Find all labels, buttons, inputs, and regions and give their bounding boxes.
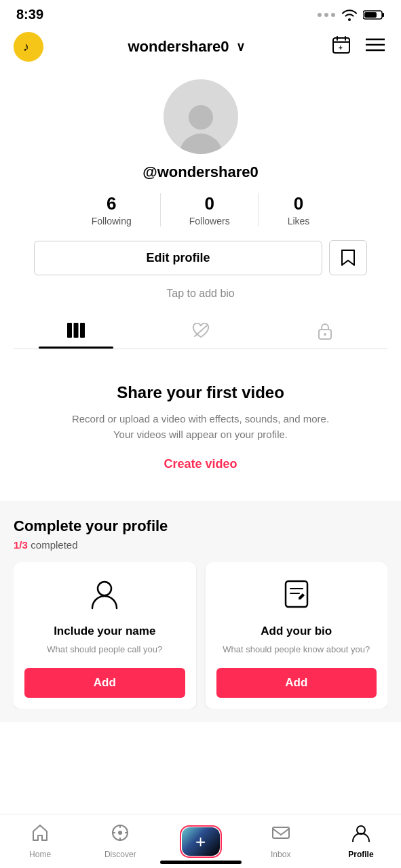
calendar-icon[interactable]: +: [329, 33, 354, 61]
svg-point-0: [318, 13, 322, 17]
nav-discover-label: Discover: [104, 850, 136, 859]
bio-prompt[interactable]: Tap to add bio: [166, 288, 235, 300]
profile-handle: @wondershare0: [142, 163, 259, 181]
svg-rect-17: [73, 323, 78, 338]
bookmark-button[interactable]: [329, 240, 367, 275]
tab-private[interactable]: [263, 313, 387, 349]
stat-following[interactable]: 6 Following: [63, 193, 160, 226]
wifi-icon: [341, 9, 358, 21]
avatar-person: [177, 100, 225, 154]
menu-icon[interactable]: [363, 35, 387, 59]
stat-followers[interactable]: 0 Followers: [160, 193, 259, 226]
nav-profile-label: Profile: [348, 850, 373, 859]
nav-inbox[interactable]: Inbox: [241, 814, 321, 868]
svg-rect-16: [67, 323, 72, 338]
likes-count: 0: [294, 193, 303, 214]
progress-label: completed: [31, 539, 77, 551]
plus-icon: +: [195, 833, 206, 850]
following-count: 6: [107, 193, 116, 214]
avatar-head: [189, 105, 213, 130]
likes-label: Likes: [288, 216, 310, 226]
avatar: [164, 79, 238, 154]
profile-card-name: Include your name What should people cal…: [14, 562, 196, 709]
nav-home[interactable]: Home: [0, 814, 80, 868]
battery-icon: [363, 9, 385, 20]
tab-liked[interactable]: [138, 313, 263, 349]
status-bar: 8:39: [0, 0, 401, 28]
svg-rect-4: [382, 13, 384, 17]
svg-line-19: [195, 326, 207, 336]
card-bio-add-button[interactable]: Add: [216, 668, 377, 698]
nav-inbox-label: Inbox: [271, 850, 290, 859]
complete-profile-section: Complete your profile 1/3 completed Incl…: [0, 501, 401, 722]
nav-home-label: Home: [29, 850, 51, 859]
profile-section: @wondershare0 6 Following 0 Followers 0 …: [0, 68, 401, 349]
create-button[interactable]: +: [182, 827, 220, 856]
chevron-down-icon: ∨: [236, 39, 245, 54]
status-time: 8:39: [16, 7, 43, 22]
svg-text:+: +: [339, 44, 343, 52]
stats-row: 6 Following 0 Followers 0 Likes: [14, 193, 387, 226]
person-icon: [91, 580, 118, 615]
profile-card-bio: Add your bio What should people know abo…: [206, 562, 388, 709]
nav-actions: +: [329, 33, 387, 61]
bio-icon: [283, 580, 310, 615]
nav-profile[interactable]: Profile: [321, 814, 401, 868]
avatar-body: [179, 134, 223, 154]
card-bio-desc: What should people know about you?: [223, 644, 370, 656]
svg-point-2: [331, 13, 335, 17]
svg-point-27: [118, 831, 122, 835]
svg-rect-18: [80, 323, 85, 338]
empty-title: Share your first video: [117, 383, 284, 402]
empty-state: Share your first video Record or upload …: [0, 349, 401, 498]
svg-point-1: [324, 13, 328, 17]
card-name-add-button[interactable]: Add: [24, 668, 185, 698]
inbox-icon: [271, 823, 290, 847]
complete-profile-title: Complete your profile: [14, 517, 387, 535]
progress-fraction: 1/3: [14, 539, 28, 551]
profile-cards-row: Include your name What should people cal…: [14, 562, 387, 709]
top-nav: ♪ wondershare0 ∨ +: [0, 28, 401, 68]
edit-profile-button[interactable]: Edit profile: [34, 241, 322, 275]
discover-icon: [111, 823, 130, 847]
tab-videos[interactable]: [14, 313, 138, 349]
tabs-row: [14, 313, 387, 349]
home-indicator: [160, 861, 242, 864]
followers-label: Followers: [189, 216, 230, 226]
bottom-nav: Home Discover +: [0, 814, 401, 868]
card-bio-title: Add your bio: [261, 625, 332, 638]
card-name-desc: What should people call you?: [47, 644, 162, 656]
create-button-outer[interactable]: +: [182, 827, 220, 856]
stat-likes[interactable]: 0 Likes: [259, 193, 339, 226]
signal-dots-icon: [317, 10, 336, 20]
following-label: Following: [92, 216, 132, 226]
svg-point-21: [324, 333, 326, 336]
status-icons: [317, 9, 385, 21]
action-buttons: Edit profile: [14, 240, 387, 275]
svg-point-22: [98, 582, 111, 595]
tiktok-logo: ♪: [14, 32, 43, 62]
username-dropdown[interactable]: wondershare0 ∨: [128, 38, 244, 56]
profile-nav-icon: [351, 823, 370, 847]
home-icon: [31, 823, 50, 847]
svg-rect-5: [364, 12, 377, 18]
complete-progress: 1/3 completed: [14, 539, 387, 551]
card-name-title: Include your name: [54, 625, 155, 638]
svg-text:♪: ♪: [23, 40, 29, 54]
nav-username: wondershare0: [128, 38, 229, 56]
create-video-link[interactable]: Create video: [164, 457, 237, 471]
followers-count: 0: [204, 193, 214, 214]
nav-discover[interactable]: Discover: [80, 814, 160, 868]
empty-desc: Record or upload a video with effects, s…: [72, 412, 329, 442]
